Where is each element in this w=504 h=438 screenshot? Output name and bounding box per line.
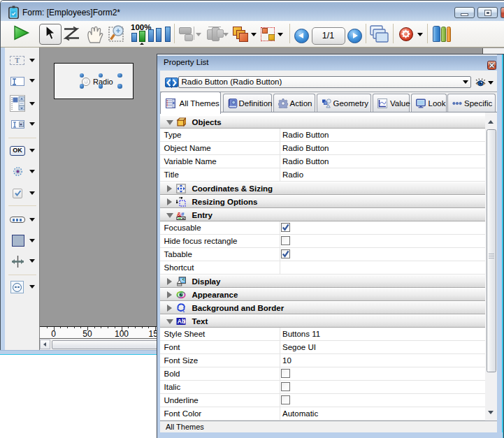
svg-text:#: # — [181, 211, 185, 217]
